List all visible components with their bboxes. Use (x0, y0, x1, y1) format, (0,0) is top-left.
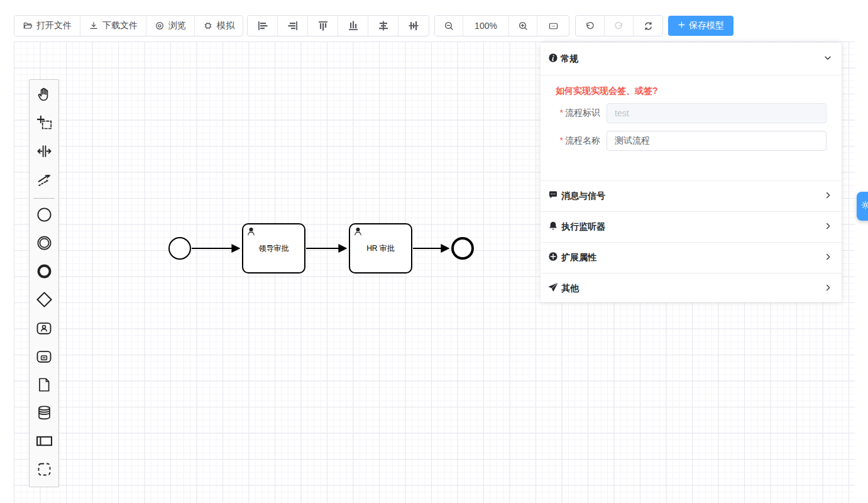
preview-button[interactable]: 浏览 (146, 16, 195, 36)
start-event-icon (36, 206, 53, 226)
user-icon (246, 227, 256, 238)
preview-label: 浏览 (168, 20, 186, 31)
global-connect-tool[interactable] (30, 167, 58, 195)
restart-button[interactable] (634, 16, 662, 36)
section-title: 其他 (561, 283, 823, 294)
create-intermediate-event[interactable] (30, 230, 58, 258)
create-end-event[interactable] (30, 258, 58, 287)
plus-circle-icon (548, 252, 558, 264)
user-task-node[interactable]: HR 审批 (349, 223, 412, 274)
plus-icon (678, 21, 686, 31)
data-object-icon (36, 377, 52, 395)
zoom-out-button[interactable] (435, 16, 463, 36)
zoom-level[interactable]: 100% (463, 16, 509, 36)
align-bottom-icon (348, 20, 359, 31)
save-model-button[interactable]: 保存模型 (668, 16, 733, 36)
align-right-button[interactable] (278, 16, 308, 36)
chip-icon (203, 21, 213, 31)
lasso-icon (36, 114, 53, 134)
connect-icon (36, 171, 53, 191)
eye-icon (155, 21, 165, 31)
gear-icon (857, 200, 868, 213)
end-event-node[interactable] (451, 237, 474, 260)
toolbar-zoom-group: 100% (434, 15, 569, 36)
save-model-label: 保存模型 (689, 20, 724, 31)
participant-icon (35, 432, 53, 453)
hand-icon (36, 86, 53, 106)
create-start-event[interactable] (30, 202, 58, 230)
download-icon (89, 21, 99, 31)
simulate-button[interactable]: 模拟 (195, 16, 243, 36)
palette-separator (33, 198, 55, 199)
space-tool[interactable] (30, 138, 58, 167)
task-label: 领导审批 (259, 243, 289, 254)
toolbar-file-group: 打开文件 下载文件 浏览 模拟 (14, 15, 243, 36)
settings-drawer-tab[interactable] (857, 192, 868, 221)
general-section-body: 如何实现实现会签、或签? *流程标识 *流程名称 (541, 75, 842, 151)
align-left-button[interactable] (248, 16, 278, 36)
create-group[interactable] (30, 456, 58, 485)
toolbar-history-group (575, 15, 663, 36)
align-right-icon (287, 20, 299, 31)
zoom-in-icon (518, 21, 529, 31)
align-top-button[interactable] (308, 16, 338, 36)
hand-tool[interactable] (30, 82, 58, 110)
zoom-out-icon (444, 21, 454, 31)
redo-button[interactable] (605, 16, 634, 36)
space-tool-icon (36, 143, 53, 162)
fit-viewport-button[interactable] (537, 16, 569, 36)
align-middle-icon (408, 20, 419, 31)
undo-button[interactable] (576, 16, 605, 36)
open-file-button[interactable]: 打开文件 (14, 16, 80, 36)
align-middle-button[interactable] (398, 16, 429, 36)
align-left-icon (257, 20, 268, 31)
start-event-node[interactable] (168, 237, 191, 260)
folder-open-icon (23, 21, 33, 31)
chevron-right-icon (823, 191, 833, 202)
section-title: 常规 (561, 53, 823, 65)
chevron-down-icon[interactable] (823, 53, 833, 65)
section-general-header[interactable]: 常规 (541, 43, 842, 75)
process-name-input[interactable] (607, 131, 827, 151)
create-participant[interactable] (30, 428, 58, 456)
section-other[interactable]: 其他 (541, 273, 842, 304)
chevron-right-icon (823, 252, 833, 264)
group-icon (36, 461, 53, 480)
section-extended-properties[interactable]: 扩展属性 (541, 242, 842, 273)
redo-icon (613, 21, 624, 31)
gateway-icon (35, 290, 53, 311)
required-mark: * (560, 135, 563, 145)
create-subprocess[interactable] (30, 343, 58, 372)
send-icon (548, 282, 558, 295)
user-task-node[interactable]: 领导审批 (242, 223, 305, 274)
align-center-button[interactable] (368, 16, 398, 36)
section-execution-listeners[interactable]: 执行监听器 (541, 211, 842, 242)
user-icon (353, 227, 363, 238)
create-data-object[interactable] (30, 372, 58, 400)
bell-icon (548, 221, 558, 233)
process-id-label: *流程标识 (541, 108, 607, 119)
zoom-in-button[interactable] (509, 16, 537, 36)
bpmn-palette (29, 79, 59, 487)
info-icon (548, 53, 558, 65)
process-name-row: *流程名称 (541, 131, 827, 151)
section-title: 执行监听器 (561, 221, 823, 233)
required-mark: * (560, 108, 563, 118)
section-messages-signals[interactable]: 消息与信号 (541, 180, 842, 211)
user-task-icon (35, 319, 53, 340)
align-bottom-button[interactable] (338, 16, 368, 36)
create-data-store[interactable] (30, 400, 58, 428)
intermediate-event-icon (36, 235, 53, 254)
process-id-input[interactable] (607, 103, 827, 123)
download-file-button[interactable]: 下载文件 (80, 16, 146, 36)
open-file-label: 打开文件 (36, 20, 72, 31)
chevron-right-icon (823, 283, 833, 295)
countersign-help-link[interactable]: 如何实现实现会签、或签? (556, 86, 658, 97)
restart-icon (643, 21, 654, 31)
create-user-task[interactable] (30, 315, 58, 343)
section-title: 扩展属性 (561, 252, 823, 263)
subprocess-icon (35, 348, 53, 368)
create-gateway[interactable] (30, 287, 58, 315)
align-center-icon (378, 20, 389, 31)
lasso-tool[interactable] (30, 110, 58, 138)
